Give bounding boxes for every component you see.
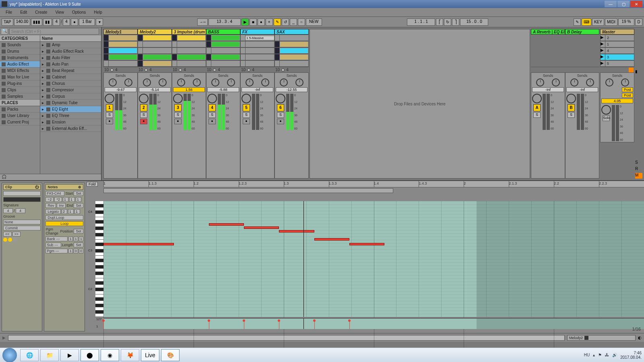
piano-key[interactable] bbox=[95, 201, 103, 204]
clip-launch-icon[interactable] bbox=[241, 35, 246, 41]
midi-note[interactable] bbox=[349, 243, 384, 245]
piano-key[interactable] bbox=[95, 291, 103, 294]
piano-key[interactable] bbox=[95, 217, 103, 220]
piano-key[interactable] bbox=[95, 307, 103, 311]
clip[interactable] bbox=[109, 35, 137, 40]
clip-slot[interactable] bbox=[275, 47, 309, 54]
velocity-marker[interactable] bbox=[244, 321, 244, 329]
clip-slot[interactable] bbox=[138, 54, 172, 60]
taskbar-chrome-icon[interactable]: ⬤ bbox=[80, 349, 99, 361]
category-item[interactable]: Instruments bbox=[0, 55, 40, 61]
category-item[interactable]: Samples bbox=[0, 93, 40, 100]
pan-knob[interactable] bbox=[242, 94, 251, 103]
menu-options[interactable]: Options bbox=[68, 9, 90, 15]
clip-launch-icon[interactable] bbox=[206, 61, 211, 66]
velocity-marker[interactable] bbox=[314, 321, 315, 329]
category-item[interactable]: Audio Effect bbox=[0, 61, 40, 68]
clock-date[interactable]: 2017.08.04. bbox=[620, 355, 642, 360]
start-beat[interactable]: 1 bbox=[69, 197, 75, 202]
io-bar[interactable]: 104 bbox=[240, 67, 275, 72]
record-button[interactable]: ● bbox=[258, 19, 265, 26]
clip-launch-icon[interactable] bbox=[104, 35, 109, 41]
device-item[interactable]: ▸Corpus bbox=[40, 93, 101, 100]
clip[interactable] bbox=[212, 55, 239, 60]
sig-den[interactable]: 4 bbox=[63, 19, 70, 26]
clip-overview[interactable]: Melody2 bbox=[567, 335, 636, 341]
clip-slot[interactable] bbox=[275, 41, 309, 47]
taskbar-firefox-icon[interactable]: 🦊 bbox=[121, 349, 139, 361]
clip-launch-icon[interactable] bbox=[206, 35, 211, 41]
solo-button[interactable]: S bbox=[533, 112, 541, 118]
piano-key[interactable] bbox=[95, 246, 103, 249]
duploop-button[interactable]: Dupl.Loop bbox=[45, 215, 83, 220]
taskbar-live-icon[interactable]: Live bbox=[141, 349, 159, 361]
arm-button[interactable]: ● bbox=[140, 119, 147, 124]
sig-num[interactable]: 4 bbox=[3, 208, 13, 213]
io-bar[interactable]: 104 bbox=[138, 67, 172, 72]
clock-time[interactable]: 7:46 bbox=[620, 351, 642, 355]
len-div[interactable]: 0 bbox=[79, 249, 83, 253]
clip[interactable] bbox=[280, 55, 308, 60]
volume-value[interactable]: -5.88 bbox=[207, 87, 239, 92]
monitor-icon[interactable] bbox=[247, 68, 250, 72]
loop-button[interactable]: Loop bbox=[45, 221, 83, 226]
note-grid[interactable] bbox=[103, 201, 644, 317]
arm-button[interactable]: ● bbox=[174, 119, 182, 124]
velocity-lane[interactable] bbox=[103, 318, 644, 329]
position-field[interactable]: 13 . 3 . 4 bbox=[208, 19, 241, 26]
solo-button[interactable]: S bbox=[174, 112, 182, 118]
clip[interactable] bbox=[109, 55, 137, 60]
clip-slot[interactable] bbox=[172, 47, 206, 54]
invert-button[interactable]: Inv bbox=[57, 203, 66, 208]
io-bar[interactable]: 104 bbox=[275, 67, 309, 72]
clip-envelope-icon[interactable] bbox=[8, 238, 12, 242]
post-button[interactable]: Post bbox=[622, 93, 633, 98]
clip-launch-icon[interactable] bbox=[104, 61, 109, 66]
piano-key[interactable] bbox=[95, 294, 103, 298]
automation-arm-button[interactable]: ✎ bbox=[274, 19, 281, 26]
track-activator[interactable]: 2 bbox=[140, 104, 147, 111]
pan-knob[interactable] bbox=[105, 94, 114, 103]
clip-launch-icon[interactable] bbox=[172, 61, 177, 66]
taskbar-steam-icon[interactable]: ◉ bbox=[101, 349, 119, 361]
clip-color[interactable] bbox=[3, 197, 41, 202]
arm-button[interactable]: ● bbox=[208, 119, 216, 124]
loop-toggle[interactable]: ↻ bbox=[444, 19, 451, 26]
taskbar-paint-icon[interactable]: 🎨 bbox=[161, 349, 180, 361]
start-bar[interactable]: 1 bbox=[63, 197, 68, 202]
send-b-knob[interactable] bbox=[552, 78, 560, 86]
menu-file[interactable]: File bbox=[2, 9, 16, 15]
category-item[interactable]: Clips bbox=[0, 87, 40, 93]
stop-all-icon[interactable] bbox=[629, 68, 634, 72]
scene-slot[interactable]: ▶5 bbox=[600, 60, 634, 67]
clip-launch-icon[interactable] bbox=[275, 35, 280, 41]
device-item[interactable]: ▸Erosion bbox=[40, 119, 101, 125]
piano-key[interactable] bbox=[95, 275, 103, 278]
track-activator[interactable]: A bbox=[533, 104, 541, 111]
set-end-button[interactable]: Set bbox=[74, 203, 83, 208]
start-div[interactable]: 1 bbox=[76, 197, 81, 202]
arm-button[interactable]: ● bbox=[277, 119, 284, 124]
send-a-knob[interactable] bbox=[143, 78, 151, 86]
track-header[interactable]: SAX bbox=[275, 29, 309, 35]
solo-button[interactable]: S bbox=[568, 112, 575, 118]
send-a-knob[interactable] bbox=[211, 78, 219, 86]
monitor-icon[interactable] bbox=[179, 68, 182, 72]
piano-key[interactable] bbox=[95, 204, 103, 208]
nav-next-button[interactable]: >> bbox=[12, 232, 21, 237]
piano-key[interactable] bbox=[95, 262, 103, 265]
overdub-button[interactable]: + bbox=[266, 19, 273, 26]
scene-launch-icon[interactable]: ▶ bbox=[601, 35, 605, 41]
mixer-toggle[interactable]: M bbox=[635, 173, 642, 179]
end-beat[interactable]: 1 bbox=[68, 209, 74, 214]
play-overview-icon[interactable]: ▶ bbox=[2, 335, 6, 340]
disk-overload-button[interactable]: D bbox=[635, 19, 642, 26]
piano-key[interactable] bbox=[95, 211, 103, 214]
send-b-knob[interactable] bbox=[586, 78, 594, 86]
tap-button[interactable]: TAP bbox=[2, 19, 13, 26]
io-bar[interactable] bbox=[531, 67, 565, 72]
clip[interactable] bbox=[212, 35, 239, 40]
piano-key[interactable] bbox=[95, 269, 103, 272]
key-map-button[interactable]: KEY bbox=[592, 19, 604, 26]
monitor-icon[interactable] bbox=[213, 68, 216, 72]
